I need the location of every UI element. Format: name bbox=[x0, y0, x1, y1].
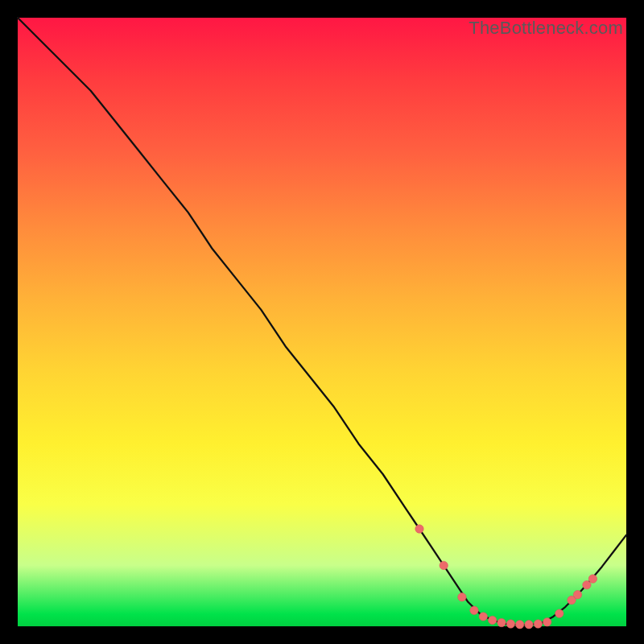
line-chart-svg bbox=[18, 18, 626, 626]
marker-dot bbox=[573, 591, 581, 599]
plot-area: TheBottleneck.com bbox=[18, 18, 626, 626]
marker-dot bbox=[440, 561, 448, 569]
marker-dot bbox=[555, 609, 564, 617]
marker-dot bbox=[506, 620, 514, 628]
chart-frame: TheBottleneck.com bbox=[0, 0, 644, 644]
marker-dot bbox=[516, 621, 524, 629]
marker-dot bbox=[489, 616, 497, 624]
marker-dot bbox=[479, 613, 487, 621]
marker-dot bbox=[534, 620, 542, 628]
marker-dot bbox=[525, 621, 533, 629]
marker-dot bbox=[458, 593, 466, 601]
marker-dot bbox=[415, 525, 423, 533]
marker-dot bbox=[470, 606, 478, 614]
curve-line bbox=[18, 18, 626, 625]
marker-dot bbox=[497, 618, 506, 626]
marker-group bbox=[415, 525, 597, 629]
marker-dot bbox=[583, 580, 591, 588]
marker-dot bbox=[588, 575, 597, 583]
marker-dot bbox=[543, 618, 551, 626]
